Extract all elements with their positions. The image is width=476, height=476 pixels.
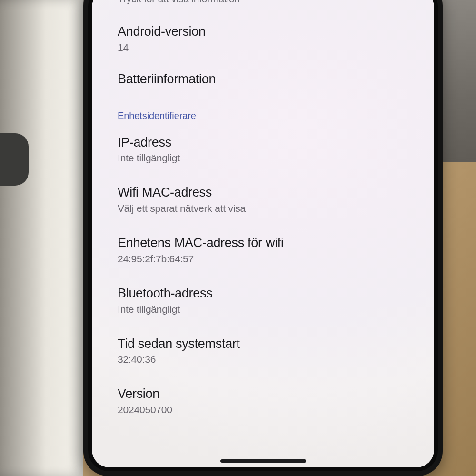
uptime-value: 32:40:36 [118,354,415,365]
uptime-title: Tid sedan systemstart [118,336,415,352]
version-item[interactable]: Version 2024050700 [118,386,415,416]
android-version-item[interactable]: Android-version 14 [118,24,415,53]
device-wifi-mac-item[interactable]: Enhetens MAC-adress för wifi 24:95:2f:7b… [118,235,415,265]
wifi-mac-value: Välj ett sparat nätverk att visa [118,203,415,214]
bluetooth-address-item[interactable]: Bluetooth-adress Inte tillgängligt [118,286,415,315]
uptime-item[interactable]: Tid sedan systemstart 32:40:36 [118,336,415,366]
bluetooth-address-value: Inte tillgängligt [118,304,415,315]
ip-address-item[interactable]: IP-adress Inte tillgängligt [118,135,415,164]
wifi-mac-title: Wifi MAC-adress [118,185,415,201]
phone-case: Tryck för att visa information Android-v… [83,0,443,476]
device-wifi-mac-value: 24:95:2f:7b:64:57 [118,253,415,265]
hint-text: Tryck för att visa information [118,0,415,5]
battery-info-title: Batteriinformation [118,71,415,88]
background-dark-object [0,133,29,186]
settings-list[interactable]: Tryck för att visa information Android-v… [92,0,434,420]
ip-address-title: IP-adress [118,135,415,151]
device-wifi-mac-title: Enhetens MAC-adress för wifi [118,235,415,251]
bluetooth-address-title: Bluetooth-adress [118,286,415,302]
navigation-handle[interactable] [220,459,306,463]
phone-screen: Tryck för att visa information Android-v… [92,0,434,467]
ip-address-value: Inte tillgängligt [118,152,415,164]
android-version-value: 14 [118,42,415,53]
phone-bezel: Tryck för att visa information Android-v… [88,0,438,471]
section-device-identifiers: Enhetsidentifierare [118,110,415,121]
battery-info-item[interactable]: Batteriinformation [118,71,415,88]
version-value: 2024050700 [118,404,415,416]
android-version-title: Android-version [118,24,415,40]
background-box-left [0,0,83,476]
wifi-mac-item[interactable]: Wifi MAC-adress Välj ett sparat nätverk … [118,185,415,214]
version-title: Version [118,386,415,402]
